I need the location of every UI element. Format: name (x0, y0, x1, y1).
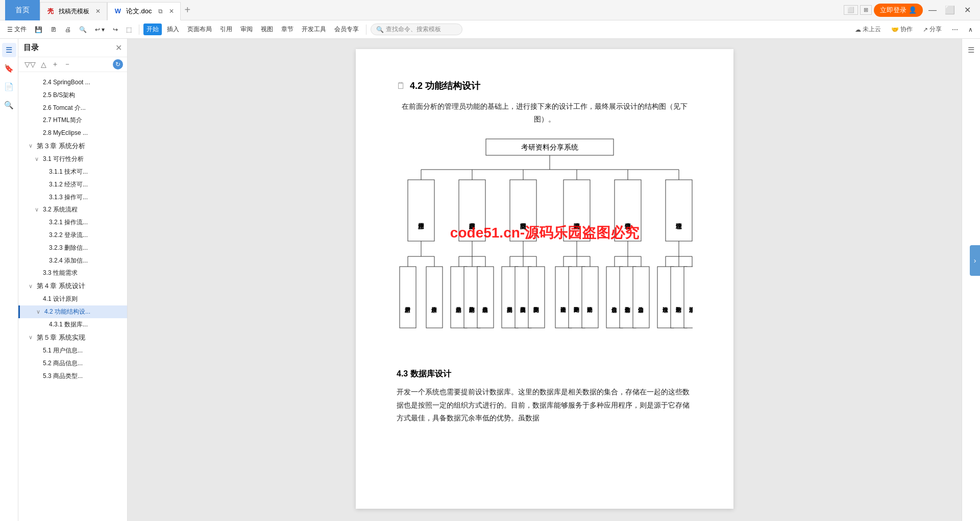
toc-item-5.2[interactable]: 5.2 商品信息... (18, 357, 127, 370)
cloud-label: 未上云 (863, 25, 881, 34)
toc-item-2.8[interactable]: 2.8 MyEclipse ... (18, 127, 127, 139)
toc-refresh-button[interactable]: ↻ (113, 59, 123, 69)
toc-item-ch5[interactable]: ∨ 第５章 系统实现 (18, 331, 127, 344)
close-button[interactable]: ✕ (960, 3, 975, 18)
undo-button[interactable]: ↩▾ (92, 25, 108, 35)
svg-rect-20 (666, 180, 692, 241)
layout-single-button[interactable]: ⬜ (844, 5, 858, 15)
toc-item-3.2[interactable]: ∨ 3.2 系统流程 (18, 203, 127, 216)
login-button[interactable]: 立即登录 👤 (874, 4, 923, 17)
more-button[interactable]: ⋯ (949, 25, 961, 35)
toc-label-4.1: 4.1 设计原则 (43, 295, 78, 303)
tab-doc[interactable]: W 论文.doc ⧉ ✕ (107, 2, 181, 20)
file-menu-button[interactable]: ☰ 文件 (4, 23, 30, 35)
toc-collapse-button[interactable]: △ (39, 59, 48, 69)
toc-item-4.2[interactable]: ∨ 4.2 功能结构设... (18, 305, 127, 318)
print-button[interactable]: 🖨 (62, 25, 74, 35)
svg-text:考研资料分享系统: 考研资料分享系统 (521, 143, 578, 151)
collab-button[interactable]: 🤝 协作 (888, 24, 916, 35)
toc-item-4.3.1[interactable]: 4.3.1 数据库... (18, 318, 127, 331)
toc-item-3.2.1[interactable]: 3.2.1 操作流... (18, 216, 127, 229)
svg-rect-65 (528, 267, 545, 328)
home-tab[interactable]: 首页 (5, 0, 40, 20)
share-button[interactable]: ↗ 分享 (920, 24, 945, 35)
sidebar-icon-page[interactable]: 📄 (2, 80, 16, 94)
sidebar-icon-search[interactable]: 🔍 (2, 98, 16, 112)
wps-icon: 壳 (46, 7, 55, 15)
save-button[interactable]: 💾 (32, 25, 45, 35)
redo-button[interactable]: ↪ (110, 25, 121, 35)
toc-item-3.1[interactable]: ∨ 3.1 可行性分析 (18, 153, 127, 165)
org-chart-wrap: code51.cn-源码乐园盗图必究 考研资料分享系统 (397, 134, 693, 353)
toc-add-button[interactable]: ＋ (50, 59, 61, 70)
svg-rect-51 (400, 267, 416, 328)
preview-icon: 🔍 (79, 26, 87, 33)
edge-tab-button[interactable]: › (970, 245, 980, 276)
redo-icon: ↪ (113, 26, 118, 33)
toc-label-ch4: 第４章 系统设计 (37, 281, 85, 291)
template-icon: 🖹 (51, 26, 57, 33)
toc-item-ch3[interactable]: ∨ 第３章 系统分析 (18, 139, 127, 153)
search-bar[interactable]: 🔍 查找命令、搜索模板 (371, 23, 462, 35)
tab-doc-close[interactable]: ✕ (169, 8, 174, 15)
expand-button[interactable]: ∧ (965, 25, 976, 35)
toc-expand-all-button[interactable]: ▽▽ (22, 59, 38, 69)
right-panel-filter-button[interactable]: ☰ (964, 43, 978, 57)
tab-reference-button[interactable]: 引用 (217, 23, 235, 35)
collab-icon: 🤝 (891, 26, 899, 33)
tab-review-button[interactable]: 审阅 (237, 23, 256, 35)
toc-item-5.3[interactable]: 5.3 商品类型... (18, 370, 127, 383)
toc-item-2.6[interactable]: 2.6 Tomcat 介... (18, 102, 127, 114)
toc-scroll: 2.4 SpringBoot ... 2.5 B/S架构 2.6 Tomcat … (18, 72, 127, 521)
toc-item-2.4[interactable]: 2.4 SpringBoot ... (18, 76, 127, 89)
toc-label-4.3.1: 4.3.1 数据库... (49, 320, 88, 329)
toc-label-5.1: 5.1 用户信息... (43, 346, 83, 355)
sidebar-icon-bookmark[interactable]: 🔖 (2, 61, 16, 76)
tab-devtools-button[interactable]: 开发工具 (299, 23, 329, 35)
sidebar-icon-toc[interactable]: ☰ (2, 43, 16, 57)
doc-page: 🗒 4.2 功能结构设计 在前面分析的管理员功能的基础上，进行接下来的设计工作，… (356, 49, 733, 509)
tab-wps-close[interactable]: ✕ (95, 8, 101, 15)
toc-item-2.5[interactable]: 2.5 B/S架构 (18, 89, 127, 102)
tab-wps[interactable]: 壳 找稿壳模板 ✕ (40, 2, 107, 20)
layout-grid-button[interactable]: ⊞ (860, 5, 872, 15)
template-button[interactable]: 🖹 (47, 25, 60, 35)
toc-tree: 2.4 SpringBoot ... 2.5 B/S架构 2.6 Tomcat … (18, 74, 127, 384)
doc-area: 🗒 4.2 功能结构设计 在前面分析的管理员功能的基础上，进行接下来的设计工作，… (128, 39, 962, 521)
tab-insert-button[interactable]: 插入 (164, 23, 182, 35)
right-panel: ☰ › (962, 39, 980, 521)
add-tab-button[interactable]: + (181, 0, 195, 20)
toc-label-ch5: 第５章 系统实现 (37, 333, 85, 342)
tab-vip-button[interactable]: 会员专享 (331, 23, 362, 35)
toc-label-2.8: 2.8 MyEclipse ... (43, 129, 88, 137)
cloud-button[interactable]: ☁ 未上云 (852, 24, 884, 35)
maximize-button[interactable]: ⬜ (942, 3, 958, 18)
tab-start-button[interactable]: 开始 (143, 23, 162, 35)
toc-item-ch4[interactable]: ∨ 第４章 系统设计 (18, 279, 127, 293)
svg-rect-14 (510, 180, 536, 241)
toc-remove-button[interactable]: － (62, 59, 73, 70)
toc-item-3.2.2[interactable]: 3.2.2 登录流... (18, 229, 127, 242)
toc-item-3.1.3[interactable]: 3.1.3 操作可... (18, 191, 127, 204)
toc-toggle-ch5: ∨ (29, 334, 35, 341)
toc-item-3.1.2[interactable]: 3.1.2 经济可... (18, 178, 127, 191)
svg-rect-12 (459, 180, 485, 241)
share-icon: ↗ (923, 26, 928, 33)
minimize-button[interactable]: — (925, 3, 940, 18)
toc-item-4.1[interactable]: 4.1 设计原则 (18, 293, 127, 305)
tab-view-button[interactable]: 视图 (258, 23, 276, 35)
toc-item-2.7[interactable]: 2.7 HTML简介 (18, 114, 127, 127)
mode-button[interactable]: ⬚ (123, 25, 135, 35)
toc-item-3.2.4[interactable]: 3.2.4 添加信... (18, 254, 127, 267)
toc-item-3.2.3[interactable]: 3.2.3 删除信... (18, 242, 127, 254)
tab-layout-button[interactable]: 页面布局 (184, 23, 215, 35)
tab-restore[interactable]: ⧉ (158, 8, 163, 15)
toc-item-5.1[interactable]: 5.1 用户信息... (18, 344, 127, 357)
toc-item-3.1.1[interactable]: 3.1.1 技术可... (18, 165, 127, 178)
toolbar-separator-1 (139, 25, 139, 35)
toc-item-3.3[interactable]: 3.3 性能需求 (18, 267, 127, 279)
svg-rect-16 (564, 180, 590, 241)
tab-chapter-button[interactable]: 章节 (278, 23, 297, 35)
preview-button[interactable]: 🔍 (76, 25, 90, 35)
toc-close-button[interactable]: ✕ (115, 43, 122, 53)
